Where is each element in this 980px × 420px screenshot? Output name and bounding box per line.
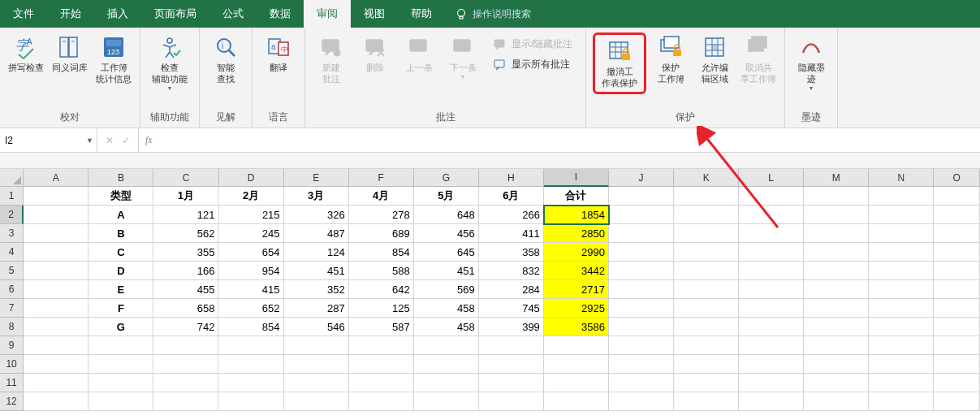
column-header-M[interactable]: M [804, 169, 869, 187]
tell-me-search[interactable]: 操作说明搜索 [445, 0, 541, 28]
cell[interactable]: 3442 [544, 262, 609, 280]
cell[interactable] [479, 355, 544, 374]
fx-icon[interactable]: fx [139, 128, 159, 152]
cell[interactable] [739, 280, 804, 299]
cell[interactable] [869, 262, 934, 280]
cell[interactable] [89, 355, 153, 374]
cell[interactable] [24, 374, 89, 392]
cell[interactable]: 546 [284, 318, 349, 336]
cell[interactable]: 854 [218, 318, 283, 336]
cell[interactable] [349, 374, 414, 392]
cell[interactable] [24, 224, 89, 243]
cell[interactable]: 352 [284, 280, 349, 299]
translate-button[interactable]: a中 翻译 [259, 32, 298, 75]
cell[interactable] [284, 374, 349, 392]
tab-开始[interactable]: 开始 [47, 0, 94, 28]
cell[interactable] [609, 299, 674, 318]
cell[interactable] [674, 224, 739, 243]
cell[interactable] [24, 318, 89, 336]
cell[interactable]: 326 [284, 206, 349, 224]
cell[interactable]: 6月 [479, 187, 544, 206]
hide-ink-button[interactable]: 隐藏墨 迹 ▾ [792, 32, 831, 93]
cell[interactable] [934, 374, 980, 392]
row-header-4[interactable]: 4 [0, 243, 24, 262]
cell[interactable] [414, 392, 479, 411]
cell[interactable]: 4月 [349, 187, 414, 206]
cell[interactable]: 458 [414, 318, 479, 336]
cell[interactable] [804, 224, 869, 243]
column-header-B[interactable]: B [89, 169, 153, 187]
cell[interactable] [869, 187, 934, 206]
cell[interactable] [739, 206, 804, 224]
cell[interactable] [609, 392, 674, 411]
column-header-E[interactable]: E [284, 169, 349, 187]
cell[interactable] [934, 355, 980, 374]
tab-公式[interactable]: 公式 [209, 0, 257, 28]
cell[interactable] [24, 355, 89, 374]
cell[interactable] [804, 355, 869, 374]
cell[interactable]: 832 [479, 262, 544, 280]
cell[interactable] [153, 392, 218, 411]
cell[interactable] [609, 355, 674, 374]
cell[interactable] [934, 262, 980, 280]
cell[interactable] [804, 187, 869, 206]
cell[interactable] [869, 374, 934, 392]
cell[interactable] [349, 355, 414, 374]
showall-comments-button[interactable]: 显示所有批注 [490, 56, 576, 73]
column-header-F[interactable]: F [349, 169, 414, 187]
cell[interactable]: 642 [349, 280, 414, 299]
row-header-2[interactable]: 2 [0, 206, 24, 224]
cell[interactable] [869, 243, 934, 262]
cell[interactable] [869, 299, 934, 318]
cell[interactable]: 1854 [544, 206, 609, 224]
cell[interactable] [739, 262, 804, 280]
cell[interactable]: 2月 [218, 187, 283, 206]
cell[interactable]: 745 [479, 299, 544, 318]
smartlookup-button[interactable]: i 智能 查找 [206, 32, 245, 86]
cell[interactable]: 451 [414, 262, 479, 280]
cell[interactable] [544, 355, 609, 374]
allow-edit-ranges-button[interactable]: 允许编 辑区域 [695, 32, 734, 86]
cell[interactable] [609, 243, 674, 262]
cell[interactable]: 854 [349, 243, 414, 262]
cell[interactable] [934, 336, 980, 355]
cell[interactable]: B [89, 224, 153, 243]
cell[interactable]: 类型 [89, 187, 153, 206]
cell[interactable] [804, 392, 869, 411]
column-header-L[interactable]: L [739, 169, 804, 187]
column-header-O[interactable]: O [934, 169, 980, 187]
cell[interactable]: 742 [153, 318, 218, 336]
row-header-9[interactable]: 9 [0, 336, 24, 355]
cell[interactable]: F [89, 299, 153, 318]
column-header-K[interactable]: K [674, 169, 739, 187]
check-accessibility-button[interactable]: 检查 辅助功能 ▾ [147, 32, 192, 93]
cell[interactable]: G [89, 318, 153, 336]
cell[interactable] [24, 262, 89, 280]
cell[interactable] [24, 336, 89, 355]
cell[interactable]: 652 [218, 299, 283, 318]
row-header-11[interactable]: 11 [0, 374, 24, 392]
cell[interactable] [739, 392, 804, 411]
cell[interactable] [609, 318, 674, 336]
cell[interactable] [739, 336, 804, 355]
column-header-D[interactable]: D [219, 169, 284, 187]
cell[interactable] [804, 374, 869, 392]
cell[interactable] [89, 392, 153, 411]
cell[interactable] [674, 262, 739, 280]
cell[interactable]: 588 [349, 262, 414, 280]
cell[interactable] [24, 299, 89, 318]
chevron-down-icon[interactable]: ▼ [86, 136, 93, 145]
cell[interactable]: A [89, 206, 153, 224]
cell[interactable] [674, 392, 739, 411]
cell[interactable] [739, 187, 804, 206]
column-header-N[interactable]: N [869, 169, 934, 187]
cell[interactable] [89, 374, 153, 392]
cell[interactable] [804, 336, 869, 355]
name-box[interactable]: ▼ [0, 128, 97, 152]
cell[interactable] [674, 206, 739, 224]
cell[interactable] [609, 206, 674, 224]
cell[interactable] [934, 299, 980, 318]
cell[interactable]: 121 [153, 206, 218, 224]
cell[interactable] [349, 336, 414, 355]
row-header-7[interactable]: 7 [0, 299, 24, 318]
